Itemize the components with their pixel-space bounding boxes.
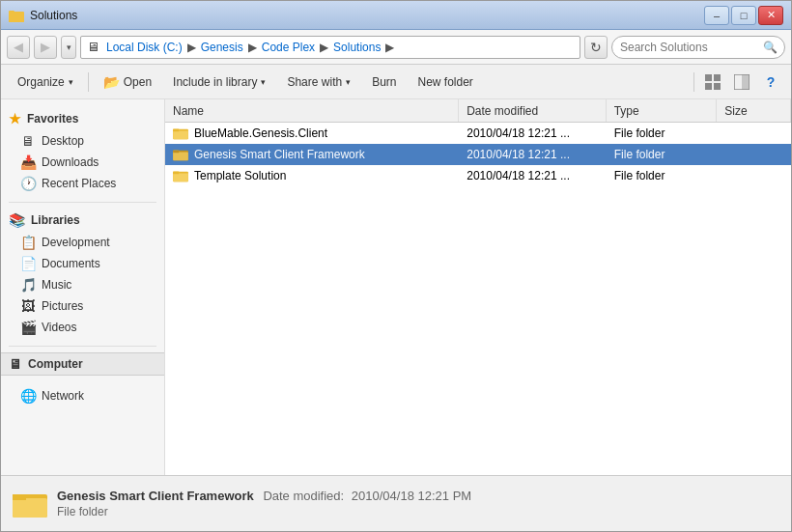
development-icon: 📋 — [20, 235, 36, 250]
view-toggle-button[interactable] — [700, 70, 725, 95]
svg-rect-6 — [714, 83, 721, 90]
sidebar-item-documents[interactable]: 📄 Documents — [1, 253, 164, 274]
toolbar: Organize ▾ 📂 Open Include in library ▾ S… — [1, 65, 791, 99]
file-row-2[interactable]: Template Solution 2010/04/18 12:21 ... F… — [165, 165, 791, 186]
main-content: ★ Favorites 🖥 Desktop 📥 Downloads 🕐 Rece… — [1, 99, 791, 475]
star-icon: ★ — [9, 111, 21, 126]
help-button[interactable]: ? — [758, 70, 783, 95]
minimize-button[interactable]: – — [704, 6, 729, 25]
svg-rect-3 — [705, 74, 712, 81]
sidebar-item-pictures[interactable]: 🖼 Pictures — [1, 295, 164, 317]
organize-arrow-icon: ▾ — [69, 77, 73, 87]
file-type-1: File folder — [607, 148, 718, 161]
column-header-date[interactable]: Date modified — [459, 99, 607, 122]
open-button[interactable]: 📂 Open — [95, 70, 160, 95]
address-path: 🖥 Local Disk (C:) ▶ Genesis ▶ Code Plex … — [80, 36, 580, 59]
svg-rect-4 — [714, 74, 721, 81]
include-library-arrow-icon: ▾ — [261, 77, 266, 87]
maximize-button[interactable]: □ — [731, 6, 756, 25]
view-icon — [705, 74, 721, 90]
column-header-size[interactable]: Size — [717, 99, 791, 122]
status-file-type: File folder — [57, 505, 471, 518]
status-bar: Genesis Smart Client Framework Date modi… — [1, 475, 791, 531]
close-button[interactable]: ✕ — [758, 6, 783, 25]
svg-rect-12 — [173, 129, 179, 132]
libraries-section: 📚 Libraries 📋 Development 📄 Documents 🎵 … — [1, 209, 164, 338]
music-icon: 🎵 — [20, 277, 36, 293]
forward-button[interactable]: ▶ — [34, 36, 57, 59]
title-controls: – □ ✕ — [704, 6, 783, 25]
network-icon: 🌐 — [20, 388, 36, 404]
file-date-1: 2010/04/18 12:21 ... — [459, 148, 607, 161]
sidebar-item-computer[interactable]: 🖥 Computer — [1, 352, 164, 376]
title-bar: Solutions – □ ✕ — [1, 1, 791, 30]
share-with-button[interactable]: Share with ▾ — [278, 70, 359, 95]
file-name-0: BlueMable.Genesis.Client — [165, 126, 459, 140]
favorites-header[interactable]: ★ Favorites — [1, 107, 164, 130]
svg-rect-24 — [13, 494, 26, 500]
address-bar: ◀ ▶ ▾ 🖥 Local Disk (C:) ▶ Genesis ▶ Code… — [1, 30, 791, 65]
library-icon: 📚 — [9, 212, 25, 228]
file-name-2: Template Solution — [165, 169, 459, 182]
path-separator-3: ▶ — [320, 41, 328, 54]
desktop-icon: 🖥 — [20, 133, 36, 149]
favorites-section: ★ Favorites 🖥 Desktop 📥 Downloads 🕐 Rece… — [1, 107, 164, 194]
search-input[interactable] — [611, 36, 785, 59]
videos-icon: 🎬 — [20, 320, 36, 335]
column-headers: Name Date modified Type Size — [165, 99, 791, 123]
spacer — [1, 376, 164, 385]
folder-icon-1 — [173, 148, 188, 161]
window-title: Solutions — [30, 9, 77, 22]
sidebar-divider-1 — [9, 202, 156, 203]
column-header-name[interactable]: Name — [165, 99, 459, 122]
organize-button[interactable]: Organize ▾ — [9, 70, 82, 95]
open-icon: 📂 — [103, 74, 120, 90]
svg-rect-20 — [173, 172, 179, 175]
burn-button[interactable]: Burn — [363, 70, 405, 95]
title-bar-left: Solutions — [9, 8, 704, 23]
libraries-header[interactable]: 📚 Libraries — [1, 209, 164, 232]
status-text: Genesis Smart Client Framework Date modi… — [57, 489, 471, 518]
file-type-0: File folder — [607, 126, 718, 140]
sidebar-item-recent-places[interactable]: 🕐 Recent Places — [1, 173, 164, 194]
svg-rect-8 — [742, 74, 750, 90]
refresh-button[interactable]: ↻ — [584, 36, 608, 59]
preview-pane-button[interactable] — [729, 70, 754, 95]
sidebar-item-desktop[interactable]: 🖥 Desktop — [1, 130, 164, 152]
toolbar-right: ? — [692, 70, 783, 95]
new-folder-button[interactable]: New folder — [410, 70, 482, 95]
preview-icon — [734, 74, 750, 90]
path-separator-4: ▶ — [385, 41, 394, 54]
column-header-type[interactable]: Type — [607, 99, 718, 122]
toolbar-separator-2 — [693, 72, 694, 92]
file-row-1[interactable]: Genesis Smart Client Framework 2010/04/1… — [165, 144, 791, 165]
path-separator-1: ▶ — [187, 41, 196, 54]
path-segment-localdisk[interactable]: Local Disk (C:) — [103, 40, 185, 55]
svg-rect-2 — [9, 11, 14, 14]
share-arrow-icon: ▾ — [346, 77, 351, 87]
recent-locations-button[interactable]: ▾ — [61, 36, 76, 59]
status-icon-svg — [13, 489, 47, 519]
file-list: BlueMable.Genesis.Client 2010/04/18 12:2… — [165, 123, 791, 475]
back-button[interactable]: ◀ — [7, 36, 30, 59]
svg-rect-1 — [9, 14, 24, 22]
window-icon — [9, 8, 24, 23]
include-library-button[interactable]: Include in library ▾ — [164, 70, 274, 95]
status-selected-name: Genesis Smart Client Framework Date modi… — [57, 489, 471, 503]
file-date-2: 2010/04/18 12:21 ... — [459, 169, 607, 182]
sidebar-item-network[interactable]: 🌐 Network — [1, 385, 164, 406]
file-row-0[interactable]: BlueMable.Genesis.Client 2010/04/18 12:2… — [165, 123, 791, 144]
sidebar-item-downloads[interactable]: 📥 Downloads — [1, 152, 164, 173]
sidebar-item-development[interactable]: 📋 Development — [1, 232, 164, 253]
path-segment-codeplex[interactable]: Code Plex — [259, 40, 318, 55]
sidebar-item-music[interactable]: 🎵 Music — [1, 274, 164, 295]
file-area: Name Date modified Type Size — [165, 99, 791, 475]
svg-rect-16 — [173, 151, 179, 154]
folder-icon-0 — [173, 126, 188, 140]
file-date-0: 2010/04/18 12:21 ... — [459, 126, 607, 140]
pictures-icon: 🖼 — [20, 298, 36, 314]
sidebar-item-videos[interactable]: 🎬 Videos — [1, 317, 164, 338]
computer-sidebar-icon: 🖥 — [9, 356, 22, 372]
path-segment-solutions[interactable]: Solutions — [330, 40, 383, 55]
path-segment-genesis[interactable]: Genesis — [198, 40, 246, 55]
